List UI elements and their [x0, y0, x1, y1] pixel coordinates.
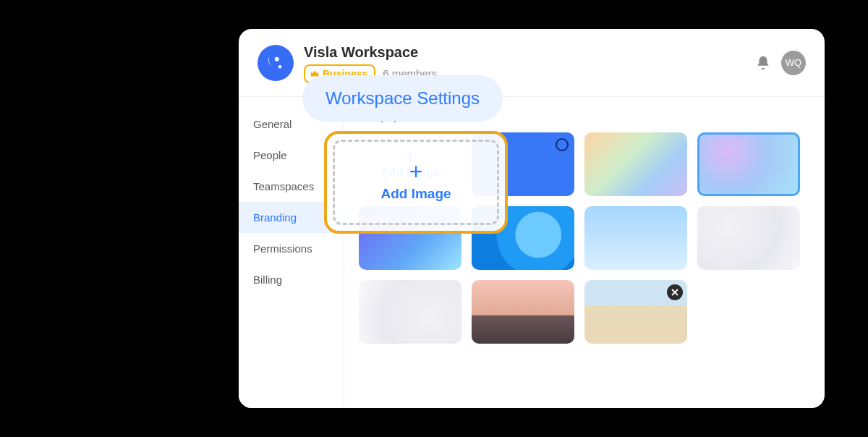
sidebar-item-label: People — [253, 149, 287, 161]
sidebar-item-label: Branding — [253, 211, 297, 224]
bell-icon — [755, 55, 771, 71]
members-count: 6 members — [383, 67, 437, 80]
workspace-title: Visla Workspace — [304, 43, 437, 61]
wallpaper-thumb[interactable] — [584, 132, 687, 196]
sidebar-item-label: General — [253, 118, 292, 130]
section-title-row: Wallpaper ? — [359, 110, 810, 122]
workspace-logo — [258, 45, 294, 81]
notifications-button[interactable] — [755, 55, 771, 71]
svg-point-1 — [278, 64, 282, 68]
add-image-highlight[interactable]: + Add Image — [324, 131, 508, 234]
svg-point-0 — [275, 56, 279, 61]
info-icon[interactable]: ? — [416, 111, 427, 122]
sidebar-item-label: Teamspaces — [253, 180, 314, 192]
close-icon — [671, 289, 678, 296]
wallpaper-thumb[interactable] — [584, 206, 687, 270]
wallpaper-thumb[interactable] — [697, 206, 800, 270]
plus-icon: + — [409, 163, 423, 182]
brand-icon — [265, 53, 286, 73]
wallpaper-thumb[interactable] — [359, 280, 461, 344]
workspace-header: Visla Workspace Business 6 members WQ — [239, 29, 825, 97]
sidebar-item-billing[interactable]: Billing — [239, 264, 344, 295]
plan-label: Business — [323, 68, 367, 80]
sidebar-item-label: Billing — [253, 273, 282, 286]
radio-marker-icon — [556, 138, 569, 151]
plan-badge[interactable]: Business — [304, 64, 375, 83]
wallpaper-thumb[interactable] — [584, 280, 687, 344]
wallpaper-thumb[interactable] — [472, 280, 574, 344]
sidebar-item-label: Permissions — [253, 242, 312, 255]
workspace-title-block: Visla Workspace Business 6 members — [304, 43, 437, 83]
add-image-label: Add Image — [380, 186, 451, 202]
crown-icon — [310, 69, 320, 79]
delete-thumb-button[interactable] — [667, 284, 683, 300]
wallpaper-thumb-selected[interactable] — [697, 132, 800, 196]
user-avatar[interactable]: WQ — [781, 51, 806, 75]
sidebar-item-permissions[interactable]: Permissions — [239, 233, 344, 264]
section-title: Wallpaper — [359, 110, 410, 122]
